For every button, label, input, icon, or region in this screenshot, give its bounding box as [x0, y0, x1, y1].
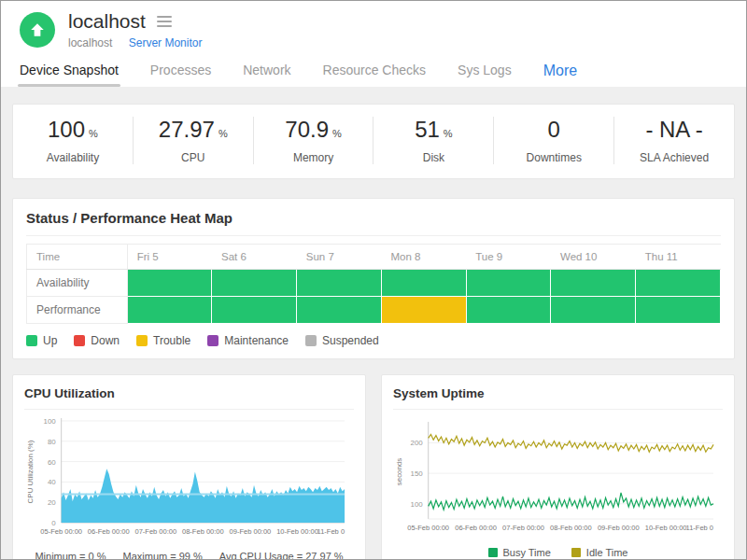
arrow-up-icon: [29, 21, 46, 38]
heatmap-cell-performance-tue-9[interactable]: [466, 297, 551, 324]
tab-bar: Device SnapshotProcessesNetworkResource …: [1, 51, 746, 87]
svg-text:08-Feb 00:00: 08-Feb 00:00: [550, 524, 592, 532]
stat-value: - NA -: [645, 117, 702, 142]
stat-label: Disk: [374, 151, 493, 164]
svg-text:150: 150: [411, 469, 424, 478]
tab-network[interactable]: Network: [241, 57, 292, 87]
stat-disk: 51%Disk: [373, 117, 493, 164]
svg-text:11-Feb 0: 11-Feb 0: [686, 524, 714, 532]
svg-text:10-Feb 00:00: 10-Feb 00:00: [645, 524, 687, 532]
svg-text:0: 0: [51, 519, 56, 527]
legend-item-down: Down: [74, 334, 120, 347]
stat-unit: %: [444, 128, 453, 139]
legend-swatch-suspended: [305, 335, 317, 346]
tab-resource-checks[interactable]: Resource Checks: [321, 57, 429, 87]
stat-label: Downtimes: [494, 151, 613, 164]
svg-text:05-Feb 00:00: 05-Feb 00:00: [40, 527, 82, 536]
heatmap-col-fri-5: Fri 5: [127, 245, 212, 270]
svg-text:07-Feb 00:00: 07-Feb 00:00: [134, 527, 176, 536]
legend-swatch-maintenance: [207, 335, 218, 346]
cpu-summary-item: Maximum = 99 %: [123, 551, 203, 560]
tab-processes[interactable]: Processes: [148, 57, 213, 87]
legend-item-trouble: Trouble: [136, 334, 190, 347]
heatmap-cell-performance-sun-7[interactable]: [297, 297, 382, 324]
heatmap-cell-performance-fri-5[interactable]: [127, 297, 212, 324]
breadcrumb-host: localhost: [68, 36, 112, 49]
heatmap-cell-availability-wed-10[interactable]: [551, 270, 636, 297]
tab-device-snapshot[interactable]: Device Snapshot: [18, 57, 120, 87]
stat-unit: %: [332, 128, 342, 139]
uptime-chart-legend: Busy TimeIdle Time: [393, 547, 723, 558]
stat-label: Availability: [13, 151, 133, 164]
heatmap-title: Status / Performance Heat Map: [26, 210, 721, 236]
heatmap-legend: UpDownTroubleMaintenanceSuspended: [26, 334, 721, 347]
heatmap-cell-availability-fri-5[interactable]: [127, 270, 212, 297]
svg-text:08-Feb 00:00: 08-Feb 00:00: [182, 527, 224, 536]
uptime-legend-busy-time[interactable]: Busy Time: [488, 547, 551, 558]
svg-text:CPU Utilization (%): CPU Utilization (%): [26, 440, 35, 503]
monitor-status-icon: [20, 12, 55, 48]
system-uptime-chart: 10015020005-Feb 00:0006-Feb 00:0007-Feb …: [393, 415, 723, 538]
legend-swatch-busy-time: [488, 548, 498, 557]
legend-swatch-down: [74, 335, 85, 346]
heatmap-table: TimeFri 5Sat 6Sun 7Mon 8Tue 9Wed 10Thu 1…: [26, 244, 721, 324]
stat-unit: %: [89, 128, 98, 139]
heatmap-col-time: Time: [27, 245, 128, 270]
legend-swatch-idle-time: [571, 548, 581, 557]
heatmap-col-sat-6: Sat 6: [212, 245, 297, 270]
uptime-legend-idle-time[interactable]: Idle Time: [571, 547, 628, 558]
breadcrumb-monitor-type-link[interactable]: Server Monitor: [129, 36, 203, 49]
heatmap-cell-availability-sat-6[interactable]: [212, 270, 297, 297]
stat-value: 27.97: [159, 117, 215, 142]
heatmap-row-availability: Availability: [27, 270, 128, 297]
svg-text:20: 20: [48, 498, 56, 507]
heatmap-cell-availability-thu-11[interactable]: [636, 270, 721, 297]
stat-cpu: 27.97%CPU: [133, 117, 253, 164]
svg-text:11-Feb 0: 11-Feb 0: [317, 527, 345, 536]
heatmap-cell-performance-mon-8[interactable]: [381, 297, 466, 324]
legend-item-suspended: Suspended: [305, 334, 379, 347]
menu-icon[interactable]: [155, 14, 174, 29]
svg-text:06-Feb 00:00: 06-Feb 00:00: [88, 527, 130, 536]
heatmap-col-mon-8: Mon 8: [381, 245, 466, 270]
cpu-chart-summary: Minimum = 0 %Maximum = 99 %Avg CPU Usage…: [24, 551, 354, 560]
legend-swatch-up: [26, 335, 37, 346]
app-header: localhost localhost Server Monitor: [1, 1, 746, 51]
svg-text:80: 80: [48, 438, 56, 446]
legend-item-up: Up: [26, 334, 57, 347]
heatmap-col-wed-10: Wed 10: [551, 245, 636, 270]
svg-text:07-Feb 00:00: 07-Feb 00:00: [502, 524, 544, 532]
stat-sla-achieved: - NA -SLA Achieved: [613, 117, 734, 164]
stat-unit: %: [218, 128, 228, 139]
svg-text:60: 60: [48, 458, 56, 467]
page-title: localhost: [68, 10, 146, 33]
heatmap-cell-performance-sat-6[interactable]: [212, 297, 297, 324]
heatmap-cell-performance-thu-11[interactable]: [636, 297, 721, 324]
svg-text:10-Feb 00:00: 10-Feb 00:00: [276, 527, 318, 536]
heatmap-cell-availability-tue-9[interactable]: [466, 270, 551, 297]
heatmap-cell-availability-mon-8[interactable]: [381, 270, 466, 297]
stat-value: 100: [48, 117, 85, 142]
heatmap-cell-performance-wed-10[interactable]: [551, 297, 636, 324]
svg-text:06-Feb 00:00: 06-Feb 00:00: [455, 524, 497, 532]
svg-text:200: 200: [411, 439, 424, 447]
cpu-utilization-card: CPU Utilization 02040608010005-Feb 00:00…: [12, 374, 366, 560]
stat-label: SLA Achieved: [614, 151, 734, 164]
heatmap-row-performance: Performance: [27, 297, 128, 324]
tab-more[interactable]: More: [542, 57, 579, 87]
summary-stats-card: 100%Availability27.97%CPU70.9%Memory51%D…: [12, 104, 735, 179]
cpu-summary-item: Minimum = 0 %: [35, 551, 106, 560]
main-content: 100%Availability27.97%CPU70.9%Memory51%D…: [1, 87, 746, 560]
svg-text:09-Feb 00:00: 09-Feb 00:00: [598, 524, 640, 532]
tab-sys-logs[interactable]: Sys Logs: [456, 57, 514, 87]
svg-text:100: 100: [411, 500, 424, 509]
heatmap-col-tue-9: Tue 9: [466, 245, 551, 270]
stat-value: 70.9: [285, 117, 329, 142]
app-window: localhost localhost Server Monitor Devic…: [0, 0, 747, 560]
heatmap-cell-availability-sun-7[interactable]: [297, 270, 382, 297]
stat-availability: 100%Availability: [13, 117, 133, 164]
heatmap-col-sun-7: Sun 7: [297, 245, 382, 270]
svg-text:09-Feb 00:00: 09-Feb 00:00: [230, 527, 272, 536]
svg-text:05-Feb 00:00: 05-Feb 00:00: [407, 524, 449, 532]
svg-text:100: 100: [44, 417, 57, 426]
